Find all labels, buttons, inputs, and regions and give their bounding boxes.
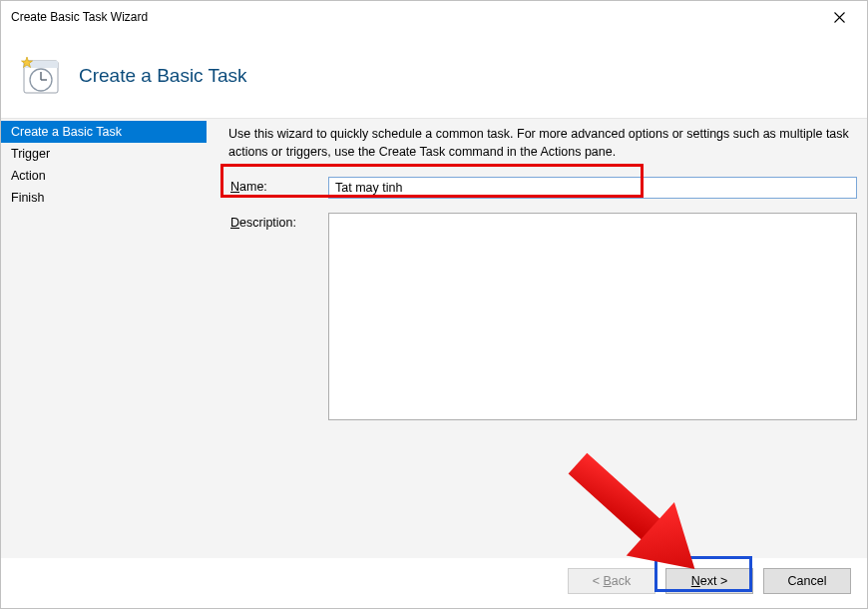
- description-textarea[interactable]: [328, 213, 857, 420]
- back-button: < Back: [568, 568, 655, 594]
- wizard-clock-icon: [19, 55, 61, 97]
- header: Create a Basic Task: [1, 33, 867, 119]
- close-button[interactable]: [819, 2, 859, 32]
- instructions-text: Use this wizard to quickly schedule a co…: [224, 123, 859, 171]
- titlebar: Create Basic Task Wizard: [1, 1, 867, 33]
- next-button[interactable]: Next >: [665, 568, 753, 594]
- sidebar-item-trigger[interactable]: Trigger: [1, 143, 207, 165]
- button-bar: < Back Next > Cancel: [568, 568, 851, 594]
- window-title: Create Basic Task Wizard: [11, 10, 148, 24]
- name-input[interactable]: [328, 177, 857, 199]
- sidebar-item-finish[interactable]: Finish: [1, 187, 207, 209]
- name-row: Name:: [224, 177, 859, 199]
- sidebar-item-create-basic-task[interactable]: Create a Basic Task: [1, 121, 207, 143]
- name-label: Name:: [224, 177, 328, 197]
- cancel-button[interactable]: Cancel: [763, 568, 851, 594]
- close-icon: [834, 12, 845, 23]
- content-pane: Use this wizard to quickly schedule a co…: [207, 119, 867, 558]
- sidebar-item-action[interactable]: Action: [1, 165, 207, 187]
- description-row: Description:: [224, 213, 859, 420]
- description-label: Description:: [224, 213, 328, 233]
- page-title: Create a Basic Task: [79, 65, 247, 87]
- wizard-steps-sidebar: Create a Basic Task Trigger Action Finis…: [1, 119, 207, 558]
- main-area: Create a Basic Task Trigger Action Finis…: [1, 119, 867, 558]
